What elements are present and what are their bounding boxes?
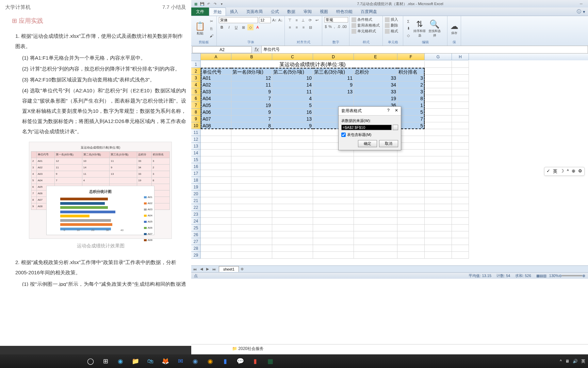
data-cell[interactable]: 4 [272, 95, 313, 102]
data-cell[interactable]: 14 [272, 81, 313, 88]
conditional-format-button[interactable]: 条件格式 [352, 17, 380, 22]
data-cell[interactable]: A07 [201, 116, 231, 122]
font-color-icon[interactable]: A [255, 24, 261, 30]
orientation-icon[interactable]: ⟳ [307, 17, 313, 23]
data-cell[interactable]: A08 [201, 122, 231, 129]
bold-icon[interactable]: B [219, 24, 225, 30]
save-icon[interactable]: 💾 [199, 1, 205, 6]
data-cell[interactable]: 11 [272, 88, 313, 95]
row-header-6[interactable]: 6 [191, 95, 201, 102]
data-cell[interactable]: 7 [397, 116, 425, 122]
tray-up-icon[interactable]: ^ [560, 359, 562, 364]
cells-area[interactable]: 某运动会成绩统计表(单位:项)单位代号第一名(8分/项)第二名(5分/项)第三名… [201, 61, 588, 259]
data-cell[interactable]: 3 [397, 88, 425, 95]
align-top-icon[interactable]: ⊤ [287, 17, 293, 23]
wrap-text-icon[interactable]: ↩ [314, 17, 320, 23]
row-header-19[interactable]: 19 [191, 184, 201, 190]
redo-icon[interactable]: ↷ [212, 1, 218, 6]
row-header-29[interactable]: 29 [191, 252, 201, 259]
dialog-help-icon[interactable]: ? [387, 108, 390, 113]
data-cell[interactable] [313, 95, 354, 102]
taskbar-app1-icon[interactable]: ◉ [188, 354, 202, 368]
view-pagebreak-icon[interactable]: ▥ [543, 274, 546, 278]
dialog-headers-checkbox[interactable]: 表包含标题(M) [341, 132, 398, 137]
italic-icon[interactable]: I [226, 24, 232, 30]
save-cloud-button[interactable]: ☁保存 [450, 21, 459, 35]
header-cell[interactable]: 第一名(8分/项) [231, 68, 272, 75]
dialog-cancel-button[interactable]: 取消 [379, 140, 398, 147]
col-header-B[interactable]: B [231, 53, 272, 60]
sort-filter-button[interactable]: ⇅排序和筛选 [413, 19, 426, 38]
tab-review[interactable]: 审阅 [299, 7, 316, 16]
taskbar-excel-icon[interactable]: ▦ [263, 354, 277, 368]
cut-icon[interactable]: ✂ [208, 18, 214, 25]
tab-insert[interactable]: 插入 [226, 7, 242, 16]
paste-button[interactable]: 📋粘贴 [193, 21, 207, 36]
increase-decimal-icon[interactable]: .0 [337, 24, 341, 30]
ime-a-icon[interactable]: ᴬ [567, 168, 569, 174]
data-cell[interactable]: 16 [272, 109, 313, 116]
decrease-font-icon[interactable]: A↓ [278, 17, 283, 23]
row-header-7[interactable]: 7 [191, 102, 201, 109]
border-icon[interactable]: ⊞ [240, 24, 246, 30]
header-cell[interactable]: 积分排名 [397, 68, 425, 75]
row-header-8[interactable]: 8 [191, 109, 201, 116]
row-header-1[interactable]: 1 [191, 61, 201, 68]
col-header-E[interactable]: E [354, 53, 397, 60]
name-box[interactable]: A2 [192, 46, 252, 53]
row-header-14[interactable]: 14 [191, 150, 201, 156]
header-cell[interactable]: 第三名(3分/项) [313, 68, 354, 75]
ime-settings-icon[interactable]: ⚙ [578, 168, 582, 174]
tray-network-icon[interactable]: 🖥 [565, 359, 569, 364]
select-all-corner[interactable] [191, 53, 201, 61]
row-header-5[interactable]: 5 [191, 88, 201, 95]
qat-dropdown-icon[interactable]: ▾ [219, 1, 224, 6]
sheet-tab-1[interactable]: sheet1 [219, 266, 239, 272]
row-header-23[interactable]: 23 [191, 211, 201, 218]
sheet-nav-prev-icon[interactable]: ◀ [198, 267, 205, 271]
col-header-A[interactable]: A [201, 53, 231, 60]
data-cell[interactable]: 8 [397, 95, 425, 102]
tab-special[interactable]: 特色功能 [332, 7, 357, 16]
col-header-D[interactable]: D [313, 53, 354, 60]
data-cell[interactable]: 33 [354, 88, 397, 95]
percent-icon[interactable]: % [328, 24, 332, 30]
data-cell[interactable]: 19 [354, 95, 397, 102]
align-center-icon[interactable]: ≡ [294, 24, 300, 30]
col-header-F[interactable]: F [397, 53, 425, 60]
find-select-button[interactable]: 🔍查找和选择 [428, 19, 441, 38]
data-cell[interactable]: 10 [272, 75, 313, 81]
tab-formula[interactable]: 公式 [267, 7, 283, 16]
data-cell[interactable]: 1 [397, 102, 425, 109]
ime-check-icon[interactable]: ✓ [546, 168, 550, 174]
header-cell[interactable]: 单位代号 [201, 68, 231, 75]
tab-baidu[interactable]: 百度网盘 [357, 7, 381, 16]
ime-moon-icon[interactable]: ☽ [560, 168, 564, 174]
taskbar-edge-icon[interactable]: ◉ [113, 354, 128, 368]
data-cell[interactable]: A06 [201, 109, 231, 116]
row-header-27[interactable]: 27 [191, 238, 201, 245]
row-header-13[interactable]: 13 [191, 143, 201, 150]
data-cell[interactable]: 7 [231, 95, 272, 102]
comma-icon[interactable]: , [333, 24, 336, 30]
taskbar-start-icon[interactable]: ◯ [83, 354, 98, 368]
autosum-icon[interactable]: Σ [405, 18, 411, 25]
ribbon-minimize-icon[interactable]: ⓘ [577, 9, 581, 15]
tray-volume-icon[interactable]: 🔊 [573, 359, 578, 364]
header-cell[interactable]: 第二名(5分/项) [272, 68, 313, 75]
taskbar-app3-icon[interactable]: ▮ [248, 354, 262, 368]
row-header-18[interactable]: 18 [191, 177, 201, 184]
col-header-C[interactable]: C [272, 53, 313, 60]
fx-icon[interactable]: fx [252, 47, 261, 53]
row-header-4[interactable]: 4 [191, 81, 201, 88]
row-header-9[interactable]: 9 [191, 116, 201, 122]
row-header-20[interactable]: 20 [191, 190, 201, 197]
copy-icon[interactable]: ⎘ [208, 26, 214, 32]
data-cell[interactable]: A03 [201, 88, 231, 95]
zoom-level[interactable]: 130% [549, 274, 559, 278]
data-cell[interactable]: 9 [272, 122, 313, 129]
row-header-17[interactable]: 17 [191, 170, 201, 177]
tab-file[interactable]: 文件 [191, 7, 209, 16]
data-cell[interactable]: 19 [231, 102, 272, 109]
data-cell[interactable]: A01 [201, 75, 231, 81]
